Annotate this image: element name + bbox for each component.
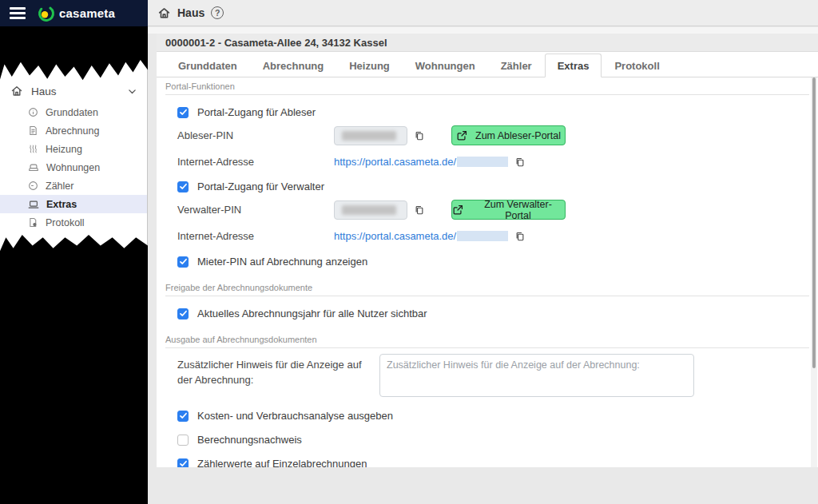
verwalter-pin-input[interactable] [334, 200, 407, 220]
redacted-url-part [457, 231, 508, 241]
tab-protokoll[interactable]: Protokoll [602, 54, 672, 77]
checkbox-aktuelles-jahr[interactable] [177, 308, 189, 319]
zum-verwalter-portal-button[interactable]: Zum Verwalter-Portal [451, 200, 566, 220]
button-label: Zum Verwalter-Portal [471, 199, 565, 221]
checkbox-mieter-pin[interactable] [177, 256, 189, 268]
checkbox-kosten-analyse[interactable] [177, 411, 189, 422]
vertical-scrollbar[interactable] [811, 77, 817, 467]
protocol-icon [28, 217, 38, 228]
sidebar-item-extras[interactable]: Extras [0, 195, 147, 213]
tab-label: Abrechnung [263, 60, 324, 72]
checkbox-berechnungsnachweis[interactable] [177, 435, 189, 446]
sidebar-item-label: Grunddaten [46, 107, 98, 118]
field-row-ableser-pin: Ableser-PIN Z [177, 125, 809, 145]
field-label: Internet-Adresse [177, 156, 334, 168]
tab-label: Zähler [501, 60, 532, 72]
tab-label: Extras [558, 60, 590, 72]
checkbox-label: Aktuelles Abrechnungsjahr für alle Nutze… [197, 308, 427, 319]
detail-card: 0000001-2 - Casameta-Allee 24, 34132 Kas… [157, 34, 818, 467]
sidebar-group-label: Haus [31, 85, 127, 97]
home-icon [157, 6, 171, 20]
tab-heizung[interactable]: Heizung [336, 54, 403, 77]
field-row-internet-verwalter: Internet-Adresse https://portal.casameta… [177, 230, 809, 242]
page-title: Haus [177, 6, 204, 19]
sidebar-item-label: Abrechnung [46, 125, 99, 137]
field-row-hint: Zusätzlicher Hinweis für die Anzeige auf… [177, 354, 809, 397]
sidebar: casameta Haus Grunddaten [0, 0, 148, 504]
page-header: Haus ? [148, 0, 818, 26]
logo-ring-icon [37, 4, 56, 23]
home-icon [10, 85, 23, 97]
casameta-logo: casameta [37, 4, 115, 23]
open-portal-icon [452, 204, 463, 216]
redacted-block [0, 235, 148, 504]
document-icon [28, 125, 38, 136]
checkbox-row: Portal-Zugang für Verwalter [177, 181, 809, 192]
check-icon [179, 411, 188, 420]
sidebar-group-haus[interactable]: Haus [0, 81, 147, 101]
sidebar-item-label: Heizung [46, 144, 82, 155]
checkbox-label: Mieter-PIN auf Abrechnung anzeigen [197, 256, 367, 268]
redacted-url-part [457, 157, 508, 167]
sidebar-item-label: Wohnungen [46, 162, 100, 173]
spacer-strip [148, 27, 818, 34]
check-icon [179, 108, 188, 117]
brand-bar: casameta [0, 0, 148, 26]
info-icon [28, 107, 38, 117]
tab-extras[interactable]: Extras [545, 54, 602, 77]
sidebar-item-wohnungen[interactable]: Wohnungen [0, 158, 147, 177]
tab-abrechnung[interactable]: Abrechnung [250, 54, 337, 77]
sidebar-nav: Grunddaten Abrechnung Heizung [0, 103, 147, 232]
sidebar-item-grunddaten[interactable]: Grunddaten [0, 103, 147, 121]
heat-icon [28, 144, 38, 154]
redacted-pin-value [342, 131, 396, 141]
tab-grunddaten[interactable]: Grunddaten [165, 54, 250, 77]
property-title: 0000001-2 - Casameta-Allee 24, 34132 Kas… [165, 37, 387, 49]
field-label: Zusätzlicher Hinweis für die Anzeige auf… [177, 354, 369, 397]
tab-label: Wohnungen [415, 60, 475, 72]
check-icon [179, 309, 188, 318]
checkbox-zaehlerwerte[interactable] [177, 458, 189, 468]
copy-icon[interactable] [414, 130, 425, 141]
sidebar-item-heizung[interactable]: Heizung [0, 140, 147, 158]
checkbox-row: Zählerwerte auf Einzelabrechnungen [177, 458, 809, 467]
app-window: casameta Haus Grunddaten [0, 0, 818, 504]
copy-icon[interactable] [514, 157, 526, 168]
field-label: Ableser-PIN [177, 129, 334, 141]
sidebar-item-abrechnung[interactable]: Abrechnung [0, 121, 147, 140]
hamburger-menu-icon[interactable] [10, 7, 26, 19]
checkbox-portal-ableser[interactable] [177, 107, 189, 118]
sofa-icon [28, 162, 39, 173]
sidebar-item-zaehler[interactable]: Zähler [0, 177, 147, 195]
help-icon[interactable]: ? [211, 6, 224, 19]
scrollbar-thumb[interactable] [812, 77, 816, 368]
zum-ableser-portal-button[interactable]: Zum Ableser-Portal [451, 125, 566, 145]
copy-icon[interactable] [414, 204, 425, 216]
section-portal-funktionen: Portal-Funktionen [165, 79, 809, 95]
portal-url-link[interactable]: https://portal.casameta.de/ [334, 230, 456, 242]
redacted-pin-value [342, 205, 396, 215]
field-label: Internet-Adresse [177, 230, 334, 242]
portal-url-link[interactable]: https://portal.casameta.de/ [334, 156, 456, 168]
checkbox-portal-verwalter[interactable] [177, 181, 189, 192]
checkbox-row: Kosten- und Verbrauchsanalyse ausgeben [177, 410, 809, 422]
main-area: Haus ? 0000001-2 - Casameta-Allee 24, 34… [148, 0, 818, 504]
tab-label: Heizung [349, 60, 390, 72]
tab-content: Portal-Funktionen Portal-Zugang für Able… [157, 77, 818, 467]
sidebar-item-label: Protokoll [46, 217, 85, 228]
sidebar-item-protokoll[interactable]: Protokoll [0, 213, 147, 232]
section-ausgabe: Ausgabe auf Abrechnungsdokumenten [165, 332, 809, 348]
card-header: 0000001-2 - Casameta-Allee 24, 34132 Kas… [157, 34, 818, 52]
chevron-down-icon [127, 86, 137, 97]
tab-bar: Grunddaten Abrechnung Heizung Wohnungen … [157, 52, 818, 77]
check-icon [179, 257, 188, 266]
sidebar-item-label: Zähler [46, 181, 73, 192]
tab-zaehler[interactable]: Zähler [488, 54, 545, 77]
tab-wohnungen[interactable]: Wohnungen [403, 54, 488, 77]
copy-icon[interactable] [514, 231, 526, 242]
hint-textarea[interactable] [379, 354, 694, 397]
checkbox-label: Portal-Zugang für Verwalter [197, 181, 324, 192]
ableser-pin-input[interactable] [334, 126, 407, 145]
check-icon [179, 459, 188, 467]
brand-name: casameta [59, 6, 115, 20]
